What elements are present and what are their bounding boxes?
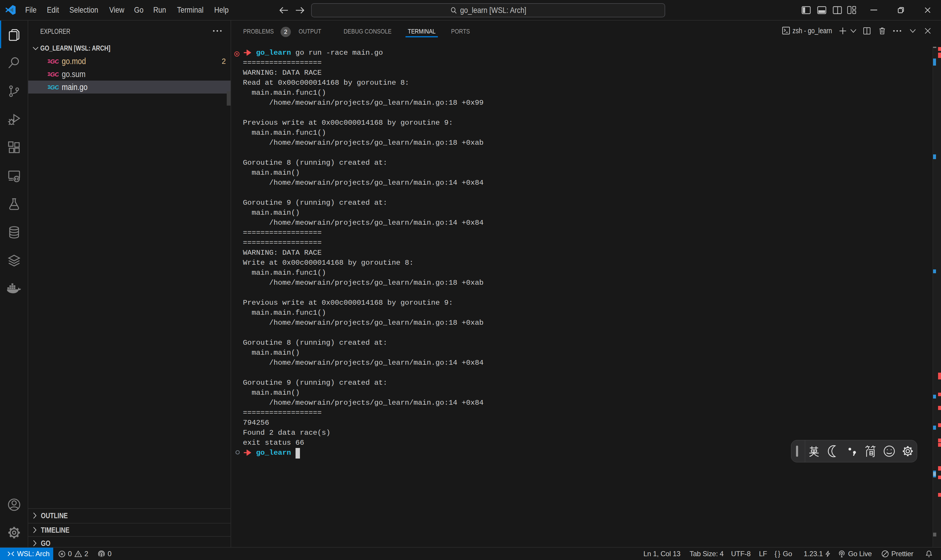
svg-text:GO: GO [50,84,58,91]
svg-text:GO: GO [50,71,58,78]
svg-text:GO: GO [50,58,58,65]
